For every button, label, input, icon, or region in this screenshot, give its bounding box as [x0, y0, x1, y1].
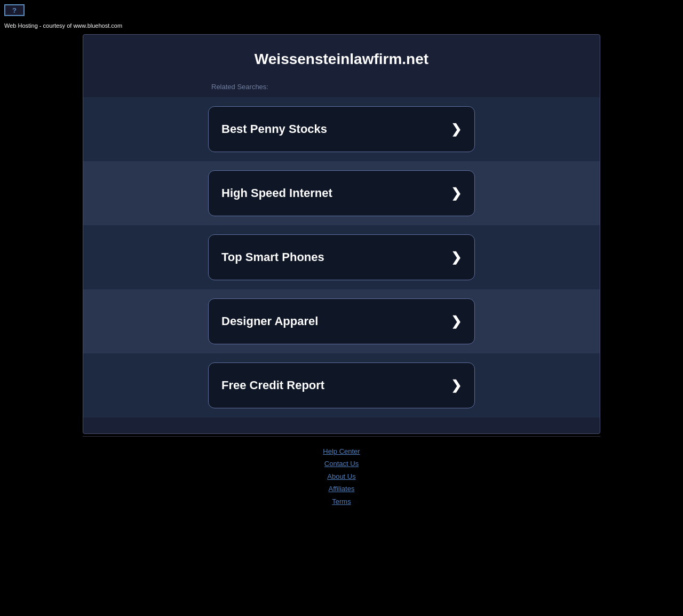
footer-links: Help CenterContact UsAbout UsAffiliatesT… — [0, 437, 683, 518]
search-row-2: Top Smart Phones❯ — [83, 225, 600, 289]
search-button-4[interactable]: Free Credit Report❯ — [208, 362, 475, 408]
question-icon-box[interactable]: ? — [4, 4, 25, 16]
search-button-2[interactable]: Top Smart Phones❯ — [208, 234, 475, 280]
main-container: Weissensteinlawfirm.net Related Searches… — [83, 34, 600, 434]
footer-link-4[interactable]: Terms — [0, 495, 683, 508]
top-bar: ? — [0, 0, 683, 20]
search-row-4: Free Credit Report❯ — [83, 353, 600, 417]
search-items-wrapper: Best Penny Stocks❯High Speed Internet❯To… — [83, 97, 600, 417]
search-button-0[interactable]: Best Penny Stocks❯ — [208, 106, 475, 152]
search-button-text-2: Top Smart Phones — [221, 250, 324, 264]
search-button-text-0: Best Penny Stocks — [221, 122, 327, 136]
chevron-right-icon-3: ❯ — [451, 314, 462, 329]
footer-link-2[interactable]: About Us — [0, 470, 683, 483]
search-button-3[interactable]: Designer Apparel❯ — [208, 298, 475, 344]
search-button-1[interactable]: High Speed Internet❯ — [208, 170, 475, 216]
question-mark-icon: ? — [12, 6, 17, 14]
related-searches-label: Related Searches: — [83, 78, 600, 97]
search-button-text-3: Designer Apparel — [221, 314, 318, 328]
chevron-right-icon-2: ❯ — [451, 250, 462, 265]
search-row-0: Best Penny Stocks❯ — [83, 97, 600, 161]
chevron-right-icon-1: ❯ — [451, 186, 462, 201]
chevron-right-icon-4: ❯ — [451, 378, 462, 393]
search-button-text-4: Free Credit Report — [221, 378, 324, 392]
chevron-right-icon-0: ❯ — [451, 122, 462, 137]
web-hosting-label: Web Hosting - courtesy of www.bluehost.c… — [0, 20, 683, 34]
search-row-1: High Speed Internet❯ — [83, 161, 600, 225]
site-title: Weissensteinlawfirm.net — [83, 45, 600, 78]
search-button-text-1: High Speed Internet — [221, 186, 332, 200]
footer-link-0[interactable]: Help Center — [0, 445, 683, 457]
search-row-3: Designer Apparel❯ — [83, 289, 600, 353]
footer-link-3[interactable]: Affiliates — [0, 483, 683, 495]
footer-link-1[interactable]: Contact Us — [0, 457, 683, 470]
